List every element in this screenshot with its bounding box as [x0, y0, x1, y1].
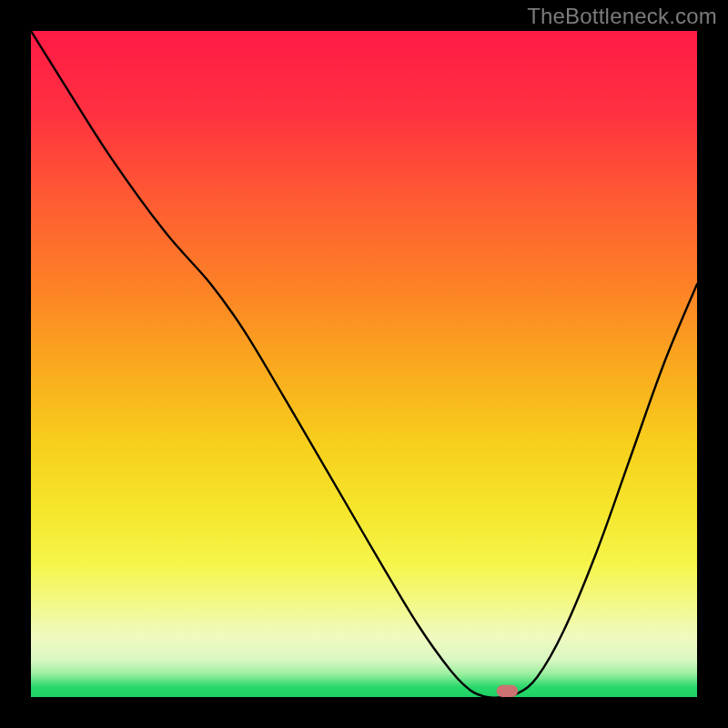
chart-frame: TheBottleneck.com: [0, 0, 728, 728]
optimum-marker: [497, 685, 518, 697]
plot-area: [31, 31, 697, 697]
bottleneck-chart-svg: [31, 31, 697, 697]
gradient-background: [31, 31, 697, 697]
watermark-text: TheBottleneck.com: [527, 4, 717, 29]
